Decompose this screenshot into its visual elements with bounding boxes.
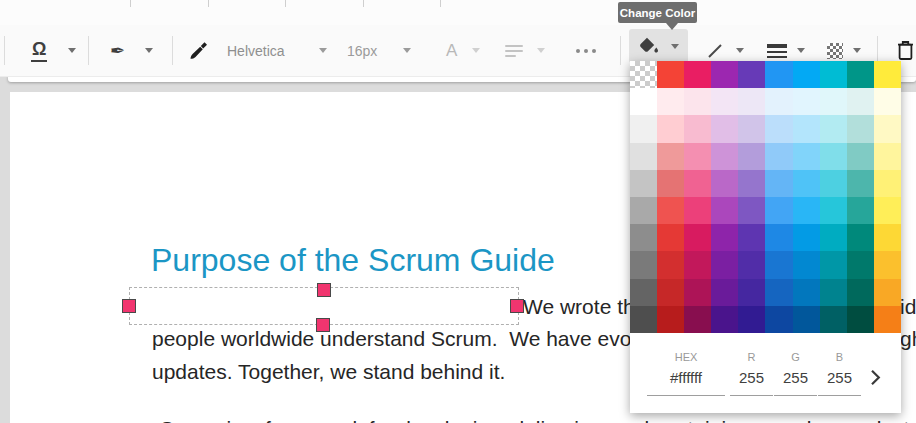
selection-handle-right[interactable] [510, 299, 524, 313]
color-swatch[interactable] [765, 197, 792, 224]
color-swatch[interactable] [711, 88, 738, 115]
color-swatch[interactable] [793, 251, 820, 278]
color-swatch[interactable] [711, 251, 738, 278]
color-swatch[interactable] [630, 115, 657, 142]
color-swatch[interactable] [630, 306, 657, 333]
hex-value[interactable]: #ffffff [647, 369, 725, 386]
body-text-line1[interactable]: We wrote th [523, 295, 635, 319]
expand-picker-button[interactable] [870, 369, 881, 390]
color-swatch[interactable] [765, 279, 792, 306]
color-swatch[interactable] [684, 170, 711, 197]
color-swatch[interactable] [793, 61, 820, 88]
color-swatch[interactable] [874, 306, 901, 333]
selection-handle-top[interactable] [317, 283, 331, 297]
color-swatch[interactable] [630, 279, 657, 306]
color-swatch[interactable] [820, 224, 847, 251]
color-swatch[interactable] [874, 143, 901, 170]
document-heading[interactable]: Purpose of the Scrum Guide [151, 241, 555, 279]
color-swatch[interactable] [711, 306, 738, 333]
color-swatch[interactable] [765, 170, 792, 197]
color-swatch[interactable] [738, 224, 765, 251]
color-swatch[interactable] [684, 251, 711, 278]
green-field[interactable]: G 255 [774, 351, 817, 396]
body-text-line2-fragment[interactable]: gh [900, 327, 916, 351]
color-swatch[interactable] [847, 251, 874, 278]
selection-handle-left[interactable] [122, 299, 136, 313]
color-swatch[interactable] [793, 279, 820, 306]
color-swatch[interactable] [765, 61, 792, 88]
color-swatch[interactable] [820, 306, 847, 333]
color-swatch[interactable] [630, 170, 657, 197]
color-swatch[interactable] [630, 251, 657, 278]
color-swatch[interactable] [657, 224, 684, 251]
green-value[interactable]: 255 [774, 369, 817, 386]
hex-field[interactable]: HEX #ffffff [647, 351, 725, 396]
color-swatch[interactable] [684, 115, 711, 142]
color-swatch[interactable] [793, 143, 820, 170]
color-swatch[interactable] [711, 224, 738, 251]
color-swatch[interactable] [793, 88, 820, 115]
color-swatch[interactable] [847, 197, 874, 224]
color-swatch[interactable] [738, 115, 765, 142]
color-swatch[interactable] [738, 143, 765, 170]
brush-tool-button[interactable] [186, 25, 210, 76]
color-swatch[interactable] [847, 306, 874, 333]
color-swatch[interactable] [820, 88, 847, 115]
color-swatch[interactable] [684, 143, 711, 170]
color-swatch[interactable] [738, 251, 765, 278]
color-swatch[interactable] [793, 306, 820, 333]
color-swatch[interactable] [657, 279, 684, 306]
color-swatch[interactable] [711, 197, 738, 224]
selection-handle-bottom[interactable] [316, 318, 330, 332]
color-swatch[interactable] [793, 115, 820, 142]
blue-field[interactable]: B 255 [818, 351, 861, 396]
color-swatch[interactable] [657, 251, 684, 278]
body-text-line1-fragment[interactable]: id [900, 295, 916, 319]
color-swatch[interactable] [684, 197, 711, 224]
color-swatch[interactable] [847, 279, 874, 306]
color-swatch[interactable] [684, 306, 711, 333]
color-swatch[interactable] [657, 306, 684, 333]
color-swatch[interactable] [765, 115, 792, 142]
sign-tool-button[interactable]: ✒ [110, 25, 153, 76]
red-field[interactable]: R 255 [730, 351, 773, 396]
color-swatch[interactable] [820, 170, 847, 197]
color-swatch[interactable] [738, 306, 765, 333]
color-swatch[interactable] [874, 115, 901, 142]
color-swatch[interactable] [847, 61, 874, 88]
color-swatch[interactable] [657, 61, 684, 88]
color-swatch[interactable] [874, 279, 901, 306]
color-swatch[interactable] [738, 61, 765, 88]
font-family-select[interactable]: Helvetica [227, 25, 327, 76]
color-swatch[interactable] [765, 88, 792, 115]
color-swatch[interactable] [657, 115, 684, 142]
color-swatch[interactable] [765, 224, 792, 251]
color-swatch[interactable] [793, 224, 820, 251]
align-button[interactable] [505, 25, 545, 76]
color-swatch[interactable] [874, 224, 901, 251]
color-swatch[interactable] [820, 61, 847, 88]
color-swatch[interactable] [820, 251, 847, 278]
body-text-clipped-line[interactable]: Scrum is a framework for developing, del… [160, 417, 916, 423]
color-swatch[interactable] [738, 279, 765, 306]
color-swatch[interactable] [765, 143, 792, 170]
color-swatch[interactable] [847, 115, 874, 142]
color-swatch[interactable] [874, 197, 901, 224]
color-swatch[interactable] [630, 197, 657, 224]
color-swatch[interactable] [738, 88, 765, 115]
stamp-tool-button[interactable]: Ω [31, 25, 76, 76]
color-swatch[interactable] [657, 88, 684, 115]
text-color-button[interactable]: A [446, 25, 480, 76]
color-swatch[interactable] [711, 279, 738, 306]
body-text-line2[interactable]: people worldwide understand Scrum. We ha… [152, 327, 647, 351]
color-swatch[interactable] [711, 170, 738, 197]
color-swatch[interactable] [765, 306, 792, 333]
color-swatch[interactable] [630, 143, 657, 170]
color-swatch[interactable] [793, 197, 820, 224]
color-swatch[interactable] [738, 170, 765, 197]
color-swatch[interactable] [684, 279, 711, 306]
color-swatch[interactable] [738, 197, 765, 224]
color-swatch[interactable] [847, 88, 874, 115]
fill-color-button[interactable] [629, 29, 688, 63]
color-swatch[interactable] [684, 61, 711, 88]
